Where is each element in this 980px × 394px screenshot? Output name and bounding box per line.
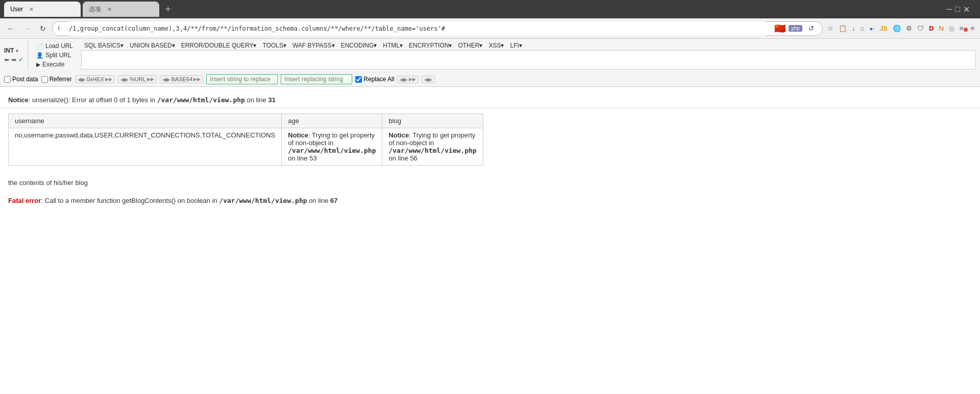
menu-sql-basics[interactable]: SQL BASICS▾ — [81, 41, 127, 50]
notice-linenum-1: 31 — [268, 96, 275, 104]
tab-user-close[interactable]: ✕ — [29, 6, 34, 13]
ext4-icon[interactable]: ◎ — [947, 23, 956, 34]
blog-notice: Notice: Trying to get property of non-ob… — [388, 131, 476, 162]
toolbar-icons: ☆ 📋 ↓ ⌂ ●· JS 🌐 ⚙ 🛡 D N ◎ ≡ ≡ — [826, 23, 976, 34]
string-to-replace-input[interactable] — [206, 74, 278, 84]
replace-all-input[interactable] — [355, 76, 362, 83]
execute-icon: ▶ — [36, 61, 40, 68]
ext3-icon[interactable]: N — [937, 23, 945, 34]
menu-xss[interactable]: XSS▾ — [485, 41, 507, 50]
tab-options[interactable]: 选项 ✕ — [83, 2, 159, 17]
notice-online-1: on line — [245, 96, 268, 104]
age-notice-linenum: 53 — [309, 154, 316, 162]
menu-tools[interactable]: TOOLS▾ — [259, 41, 289, 50]
fatal-error-line: Fatal error: Call to a member function g… — [8, 197, 972, 204]
fatal-error-linenum: 67 — [330, 197, 337, 204]
menu-error-double-query[interactable]: ERROR/DOUBLE QUERY▾ — [178, 41, 260, 50]
secure-icon: ℹ — [58, 25, 60, 32]
col-blog: blog — [382, 114, 483, 128]
tab-user-label: User — [10, 6, 23, 13]
hackbar-options-row: Post data Referrer ◀▶ 0xHEX ▶▶ ◀▶ %URL ▶… — [0, 72, 980, 86]
hackbar-menu: SQL BASICS▾ UNION BASED▾ ERROR/DOUBLE QU… — [81, 41, 976, 50]
reload-button[interactable]: ↺ — [805, 22, 817, 34]
bottom-section: the contents of his/her blog Fatal error… — [0, 171, 980, 213]
referrer-input[interactable] — [41, 76, 48, 83]
page-content: Notice: unserialize(): Error at offset 0… — [0, 87, 980, 393]
load-url-button[interactable]: 📄 Load URL — [36, 42, 73, 50]
fatal-error-online: on line — [307, 197, 331, 204]
fatal-error-path: /var/www/html/view.php — [219, 197, 307, 204]
age-notice: Notice: Trying to get property of non-ob… — [288, 131, 376, 162]
ext2-icon[interactable]: D — [927, 23, 935, 34]
minimize-icon[interactable]: ─ — [946, 5, 952, 14]
cell-age: Notice: Trying to get property of non-ob… — [282, 128, 382, 166]
arrow-left-icon[interactable]: ⬅ — [4, 56, 9, 63]
notice-line-1: Notice: unserialize(): Error at offset 0… — [0, 92, 980, 108]
translate-icon[interactable]: 🌐 — [891, 23, 902, 34]
tab-options-label: 选项 — [89, 5, 101, 14]
referrer-checkbox[interactable]: Referrer — [41, 76, 72, 83]
post-data-checkbox[interactable]: Post data — [4, 76, 38, 83]
int-label: INT — [4, 47, 14, 54]
js-icon[interactable]: JS — [878, 23, 889, 34]
tab-options-close[interactable]: ✕ — [107, 6, 112, 13]
flag-cn-icon: 🇨🇳 — [774, 23, 786, 34]
menu-icon[interactable]: ≡ — [969, 23, 976, 34]
split-url-icon: 👤 — [36, 52, 43, 59]
menu-encryption[interactable]: ENCRYPTION▾ — [406, 41, 455, 50]
hackbar-main: SQL BASICS▾ UNION BASED▾ ERROR/DOUBLE QU… — [81, 41, 976, 69]
blog-notice-online: on line — [388, 154, 410, 162]
table-row: no,username,passwd,data,USER,CURRENT_CON… — [9, 128, 483, 166]
maximize-icon[interactable]: □ — [955, 5, 960, 14]
hackbar-actions: 📄 Load URL 👤 Split URL ▶ Execute — [32, 41, 77, 69]
checkmark-icon[interactable]: ✔ — [18, 56, 23, 63]
forward-button[interactable]: → — [20, 22, 34, 35]
age-notice-online: on line — [288, 154, 309, 162]
age-notice-label: Notice — [288, 131, 308, 139]
blog-notice-linenum: 56 — [410, 154, 417, 162]
replace-btn2[interactable]: ◀▶ — [422, 76, 435, 83]
hackbar-textarea[interactable] — [81, 50, 976, 69]
hex-encode-btn[interactable]: ◀▶ 0xHEX ▶▶ — [75, 75, 115, 83]
home-icon[interactable]: ⌂ — [859, 23, 866, 34]
int-dropdown-arrow[interactable]: ▾ — [16, 48, 18, 54]
col-username: username — [9, 114, 282, 128]
notice-path-1: /var/www/html/view.php — [157, 96, 245, 104]
menu-union-based[interactable]: UNION BASED▾ — [127, 41, 178, 50]
refresh-button[interactable]: ↻ — [37, 22, 49, 35]
cell-blog: Notice: Trying to get property of non-ob… — [382, 128, 483, 166]
close-window-icon[interactable]: ✕ — [963, 5, 970, 14]
menu-lfi[interactable]: LFI▾ — [507, 41, 525, 50]
split-url-button[interactable]: 👤 Split URL — [36, 51, 73, 59]
blog-content-text: the contents of his/her blog — [8, 179, 972, 187]
load-url-icon: 📄 — [36, 43, 43, 50]
settings-icon[interactable]: ⚙ — [904, 23, 914, 34]
notification-dot — [964, 28, 968, 32]
download-icon[interactable]: ↓ — [850, 23, 857, 34]
blog-notice-path: /var/www/html/view.php — [388, 147, 476, 154]
replace-encode-btn[interactable]: ◀▶ ▶▶ — [397, 76, 419, 83]
base64-encode-btn[interactable]: ◀▶ BASE64 ▶▶ — [160, 75, 204, 83]
back-button[interactable]: ← — [4, 22, 17, 35]
url-encode-btn[interactable]: ◀▶ %URL ▶▶ — [118, 75, 157, 83]
post-data-input[interactable] — [4, 76, 11, 83]
blog-notice-label: Notice — [388, 131, 409, 139]
menu-html[interactable]: HTML▾ — [380, 41, 406, 50]
data-table-section: username age blog no,username,passwd,dat… — [0, 113, 980, 166]
ext1-icon[interactable]: 🛡 — [916, 23, 925, 34]
menu-waf-bypass[interactable]: WAF BYPASS▾ — [289, 41, 338, 50]
tab-user[interactable]: User ✕ — [4, 2, 81, 17]
fatal-error-label: Fatal error — [8, 197, 41, 204]
arrow-right-icon[interactable]: ➡ — [11, 56, 16, 63]
execute-button[interactable]: ▶ Execute — [36, 60, 73, 68]
reading-icon[interactable]: 📋 — [837, 23, 848, 34]
replacing-string-input[interactable] — [281, 74, 352, 84]
new-tab-button[interactable]: + — [161, 4, 175, 15]
replace-all-checkbox[interactable]: Replace All — [355, 76, 394, 83]
notice-text-1: : unserialize(): Error at offset 0 of 1 … — [29, 96, 157, 104]
star-icon[interactable]: ☆ — [826, 23, 835, 34]
address-input[interactable] — [63, 21, 771, 36]
menu-other[interactable]: OTHER▾ — [455, 41, 485, 50]
menu-encoding[interactable]: ENCODING▾ — [338, 41, 380, 50]
avast-icon[interactable]: ●· — [868, 24, 876, 33]
